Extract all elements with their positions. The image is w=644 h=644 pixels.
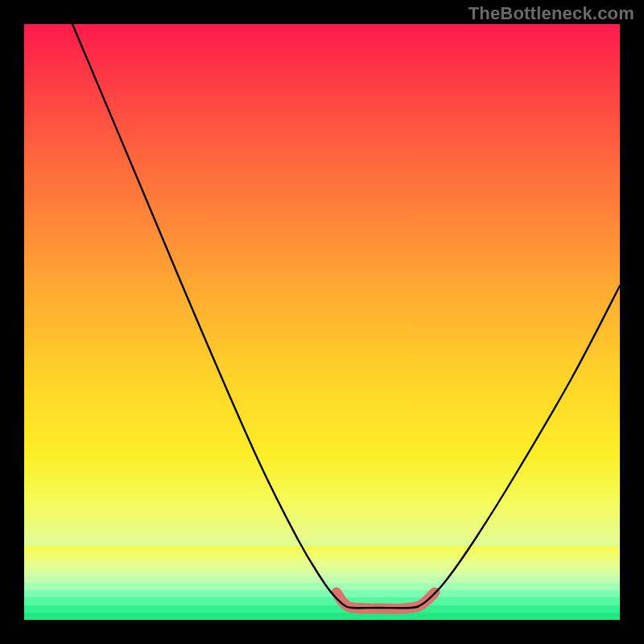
plot-area [24, 24, 620, 620]
watermark-text: TheBottleneck.com [469, 3, 634, 24]
plot-svg [24, 24, 620, 620]
bottleneck-curve-path [72, 24, 620, 608]
chart-stage: TheBottleneck.com [0, 0, 644, 644]
